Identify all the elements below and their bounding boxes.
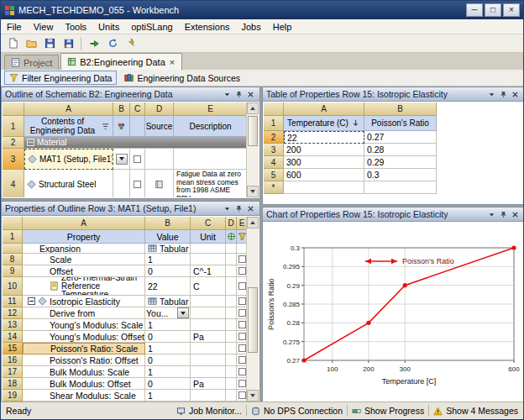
property-value-cell[interactable]: Tabular [145, 244, 191, 254]
property-name-cell[interactable]: Poisson's Ratio: Scale [23, 343, 145, 354]
suppress-checkbox[interactable] [134, 181, 141, 188]
row-number[interactable]: 10 [3, 277, 23, 296]
property-name-cell[interactable]: Bulk Modulus: Offset [23, 378, 145, 390]
property-name-cell[interactable]: Derive from [23, 307, 145, 319]
property-name-cell[interactable]: Shear Modulus: Scale [23, 390, 145, 402]
structural-steel-description[interactable]: Fatigue Data at zero mean stress comes f… [174, 170, 248, 197]
row-number[interactable]: 19 [3, 390, 23, 402]
outline-pane-header[interactable]: Outline of Schematic B2: Engineering Dat… [2, 87, 259, 102]
open-icon[interactable] [23, 35, 39, 51]
update-icon[interactable] [123, 35, 139, 51]
menu-file[interactable]: File [1, 19, 28, 34]
pin-icon[interactable] [498, 89, 509, 100]
properties-pane-header[interactable]: Properties of Outline Row 3: MAT1 (Setup… [2, 202, 259, 216]
property-name-cell[interactable]: Scale [23, 254, 145, 265]
chevron-down-icon[interactable] [222, 89, 233, 100]
row-number[interactable]: 13 [3, 319, 23, 331]
temperature-cell[interactable] [284, 181, 364, 194]
parameter-checkbox[interactable] [238, 321, 246, 328]
row-number[interactable]: 18 [3, 378, 23, 390]
property-value-cell[interactable]: 0 [145, 331, 191, 343]
mat1-description-cell[interactable] [174, 149, 248, 170]
title-bar[interactable]: MECH_TECHDEMO_055 - Workbench ─ □ × [1, 1, 523, 19]
row-number[interactable] [3, 244, 23, 254]
parameter-checkbox[interactable] [238, 255, 246, 263]
menu-optislang[interactable]: optiSLang [125, 19, 179, 34]
property-value-cell[interactable]: 1 [145, 254, 191, 265]
row-number[interactable]: 2 [264, 131, 284, 144]
dropdown-arrow-icon[interactable] [116, 154, 128, 165]
temperature-cell[interactable]: 200 [284, 144, 364, 156]
save-as-icon[interactable] [60, 35, 76, 51]
temperature-cell[interactable]: 22 [284, 131, 364, 144]
menu-tools[interactable]: Tools [59, 19, 92, 34]
dropdown-arrow-icon[interactable] [177, 307, 189, 318]
property-name-cell[interactable]: Young's Modulus: Offset [23, 331, 145, 343]
parameter-checkbox[interactable] [238, 333, 246, 340]
scroll-thumb[interactable] [248, 116, 258, 146]
chevron-down-icon[interactable] [222, 203, 233, 214]
import-icon[interactable] [86, 35, 102, 51]
material-mat1-cell[interactable]: MAT1 (Setup, File1) [24, 149, 113, 170]
tab-engineering-data[interactable]: B2:Engineering Data × [60, 53, 182, 70]
pin-icon[interactable] [233, 89, 244, 100]
property-name-cell[interactable]: Poisson's Ratio: Offset [23, 354, 145, 366]
show-messages-button[interactable]: Show 4 Messages [433, 406, 518, 416]
scroll-up-icon[interactable] [247, 102, 259, 114]
pin-icon[interactable] [498, 209, 509, 220]
scroll-down-icon[interactable] [247, 186, 259, 197]
property-name-cell[interactable]: Isotropic Elasticity [23, 296, 145, 307]
ratio-cell[interactable]: 0.27 [364, 131, 437, 144]
tab-close-icon[interactable]: × [169, 58, 176, 66]
property-value-cell[interactable]: 0 [145, 265, 191, 277]
row-number[interactable]: * [264, 181, 284, 194]
scroll-thumb[interactable] [248, 287, 258, 353]
refresh-icon[interactable] [104, 35, 121, 51]
close-icon[interactable] [510, 89, 521, 100]
pin-icon[interactable] [233, 203, 244, 214]
row-number[interactable]: 4 [3, 170, 24, 197]
close-icon[interactable] [245, 203, 256, 214]
scroll-down-icon[interactable] [247, 390, 259, 402]
row-number[interactable]: 9 [3, 265, 23, 277]
property-value-cell[interactable]: 1 [145, 366, 191, 378]
job-monitor-button[interactable]: Job Monitor... [176, 406, 242, 416]
suppress-checkbox[interactable] [134, 155, 141, 163]
menu-units[interactable]: Units [92, 19, 125, 34]
property-value-cell[interactable]: 1 [145, 319, 191, 331]
ratio-cell[interactable]: 0.29 [364, 156, 437, 169]
parameter-checkbox[interactable] [238, 391, 246, 399]
collapse-icon[interactable] [28, 297, 35, 305]
row-number[interactable]: 16 [3, 354, 23, 366]
save-icon[interactable] [41, 35, 58, 51]
tab-project[interactable]: Project [4, 55, 59, 70]
property-name-cell[interactable]: Zero-Thermal-Strain Reference Temperatur… [23, 277, 145, 296]
outline-scrollbar[interactable] [246, 102, 259, 197]
row-number[interactable]: 15 [3, 343, 23, 354]
parameter-checkbox[interactable] [238, 368, 246, 375]
temperature-column-header[interactable]: Temperature (C) [284, 116, 364, 131]
property-value-cell[interactable]: Tabular [145, 296, 191, 307]
row-number[interactable]: 12 [3, 307, 23, 319]
menu-help[interactable]: Help [267, 19, 298, 34]
maximize-button[interactable]: □ [485, 3, 501, 17]
contents-header-cell[interactable]: Contents of Engineering Data [24, 116, 113, 137]
property-name-cell[interactable]: Offset [23, 265, 145, 277]
minimize-button[interactable]: ─ [466, 3, 483, 17]
engineering-data-sources-button[interactable]: Engineering Data Sources [120, 71, 244, 85]
property-name-cell[interactable]: Bulk Modulus: Scale [23, 366, 145, 378]
parameter-checkbox[interactable] [238, 356, 246, 364]
chart-pane-header[interactable]: Chart of Properties Row 15: Isotropic El… [263, 207, 524, 222]
property-value-cell[interactable]: 1 [145, 390, 191, 402]
menu-view[interactable]: View [28, 19, 60, 34]
collapse-icon[interactable] [27, 139, 34, 146]
menu-jobs[interactable]: Jobs [236, 19, 267, 34]
parameter-checkbox[interactable] [238, 309, 246, 317]
material-group-row[interactable]: Material [24, 137, 248, 149]
row-number[interactable]: 3 [264, 144, 284, 156]
ratio-cell[interactable]: 0.3 [364, 169, 437, 181]
close-icon[interactable] [245, 89, 256, 100]
chevron-down-icon[interactable] [486, 209, 497, 220]
table-pane-header[interactable]: Table of Properties Row 15: Isotropic El… [263, 87, 524, 102]
row-number[interactable]: 14 [3, 331, 23, 343]
